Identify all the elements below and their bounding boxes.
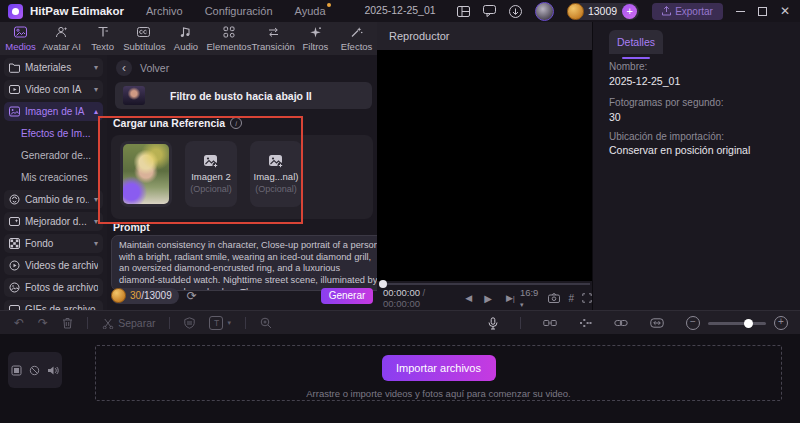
image-plus-icon (203, 154, 219, 169)
elements-icon (223, 26, 235, 39)
reference-image-1[interactable] (120, 141, 172, 207)
scissors-icon (102, 318, 114, 329)
reference-image-thumbnail (123, 144, 169, 204)
image-plus-icon (268, 154, 284, 169)
prompt-label: Prompt (113, 221, 150, 233)
sidebar-item-video-con-ia[interactable]: Video con IA ▾ (4, 80, 103, 99)
credits-counter[interactable]: 13009 + (567, 3, 639, 20)
window-minimize-button[interactable] (736, 11, 745, 12)
track-lock-icon[interactable] (29, 365, 40, 376)
overwrite-mode-icon[interactable] (543, 318, 557, 328)
media-dropzone[interactable]: Importar archivos Arrastre o importe vid… (95, 345, 782, 401)
refresh-icon[interactable]: ⟳ (187, 289, 197, 303)
mask-icon[interactable] (184, 317, 195, 329)
add-credits-button[interactable]: + (622, 4, 637, 19)
track-thumbnail-icon[interactable] (11, 365, 22, 376)
video-enhancer-icon (9, 216, 20, 227)
sidebar-item-efectos-de-imagen[interactable]: Efectos de Im... (4, 124, 103, 143)
fps-label: Fotogramas por segundo: (609, 97, 724, 108)
ai-image-icon (9, 106, 20, 117)
prev-frame-button[interactable]: ◀ (465, 293, 472, 303)
tab-audio[interactable]: Audio (165, 22, 206, 55)
window-close-button[interactable]: ✕ (780, 5, 790, 17)
coin-icon (111, 288, 126, 303)
reference-upload-2[interactable]: Imagen 2 (Opcional) (185, 141, 237, 207)
sidebar-item-imagen-de-ia[interactable]: Imagen de IA ▴ (4, 102, 103, 121)
play-button[interactable]: ▶ (484, 293, 492, 304)
tab-transicion[interactable]: Transición (251, 22, 294, 55)
text-tool-button[interactable]: T▾ (209, 316, 231, 330)
next-frame-button[interactable]: ▶| (506, 293, 515, 303)
fit-timeline-icon[interactable] (650, 318, 664, 328)
tab-avatar-ai[interactable]: Avatar AI (41, 22, 82, 55)
chevron-down-icon: ▾ (520, 301, 524, 308)
sidebar-item-cambio-de-rostro[interactable]: Cambio de ro... ▾ (4, 190, 103, 209)
menu-ayuda[interactable]: Ayuda (295, 5, 326, 17)
generate-button[interactable]: Generar (321, 288, 373, 304)
grid-icon[interactable]: # (568, 293, 574, 304)
layout-icon[interactable] (457, 6, 470, 17)
sidebar-item-gifs-de-archivo[interactable]: GIFs de archivo (4, 300, 103, 310)
background-checker-icon (9, 238, 20, 249)
window-maximize-button[interactable] (758, 7, 767, 16)
video-preview[interactable] (377, 50, 592, 281)
download-icon[interactable] (509, 5, 522, 18)
delete-button[interactable] (62, 317, 73, 329)
tab-subtitulos[interactable]: Subtítulos (123, 22, 165, 55)
back-button[interactable]: ‹ Volver (116, 60, 169, 76)
sidebar-item-fotos-de-archivo[interactable]: Fotos de archivo (4, 278, 103, 297)
filter-card[interactable]: Filtro de busto hacia abajo II (115, 82, 372, 109)
info-icon[interactable]: i (230, 117, 242, 129)
tab-texto[interactable]: Texto (82, 22, 123, 55)
sidebar-item-fondo[interactable]: Fondo ▾ (4, 234, 103, 253)
user-avatar[interactable] (535, 2, 554, 21)
snapping-icon[interactable] (579, 318, 592, 328)
sidebar-item-materiales[interactable]: Materiales ▾ (4, 58, 103, 77)
fullscreen-icon[interactable] (582, 293, 592, 303)
chevron-up-icon: ▴ (94, 107, 98, 116)
reference-upload-3[interactable]: Imag...nal) (Opcional) (250, 141, 302, 207)
split-button[interactable]: Separar (102, 317, 155, 329)
menu-configuracion[interactable]: Configuración (205, 5, 273, 17)
tab-filtros[interactable]: Filtros (295, 22, 336, 55)
dropzone-hint: Arrastre o importe videos y fotos aquí p… (96, 388, 781, 399)
menu-archivo[interactable]: Archivo (146, 5, 183, 17)
aspect-ratio-select[interactable]: 16:9 ▾ (520, 287, 541, 309)
effects-wand-icon (350, 26, 363, 39)
microphone-icon[interactable] (488, 317, 498, 330)
tab-detalles[interactable]: Detalles (609, 30, 663, 54)
sidebar-item-videos-de-archivo[interactable]: Videos de archivo (4, 256, 103, 275)
sparkle-icon (309, 26, 322, 39)
feedback-icon[interactable] (483, 5, 496, 17)
subtitles-icon (137, 26, 151, 39)
timeline-zoom-slider[interactable] (708, 322, 766, 325)
export-button[interactable]: Exportar (652, 3, 723, 20)
zoom-out-button[interactable]: − (686, 316, 700, 330)
coin-icon (567, 3, 584, 20)
track-mute-icon[interactable] (47, 365, 59, 376)
zoom-in-button[interactable]: + (774, 316, 788, 330)
link-clips-icon[interactable] (614, 319, 628, 327)
tab-efectos[interactable]: Efectos (336, 22, 377, 55)
timecode-separator: / (420, 287, 425, 298)
reference-upload-panel: Imagen 2 (Opcional) Imag...nal) (Opciona… (111, 135, 373, 219)
chevron-down-icon: ▾ (94, 239, 98, 248)
chevron-down-icon: ▾ (94, 217, 98, 226)
redo-button[interactable]: ↷ (38, 316, 48, 330)
snapshot-icon[interactable] (548, 293, 560, 303)
zoom-to-frame-icon[interactable] (260, 317, 272, 329)
sidebar-item-mejorador[interactable]: Mejorador d... ▾ (4, 212, 103, 231)
undo-button[interactable]: ↶ (14, 316, 24, 330)
prompt-textarea[interactable]: Maintain consistency in character, Close… (111, 235, 388, 291)
zoom-slider-handle[interactable] (744, 319, 753, 328)
player-header: Reproductor (377, 22, 592, 51)
sidebar-item-generador[interactable]: Generador de... (4, 146, 103, 165)
player-progress-bar[interactable] (379, 283, 590, 285)
import-files-button[interactable]: Importar archivos (382, 355, 496, 381)
track-header (8, 352, 62, 388)
text-icon (97, 26, 109, 39)
sidebar-item-mis-creaciones[interactable]: Mis creaciones (4, 168, 103, 187)
back-arrow-icon: ‹ (116, 60, 132, 76)
tab-medios[interactable]: Medios (0, 22, 41, 55)
tab-elementos[interactable]: Elementos (207, 22, 252, 55)
